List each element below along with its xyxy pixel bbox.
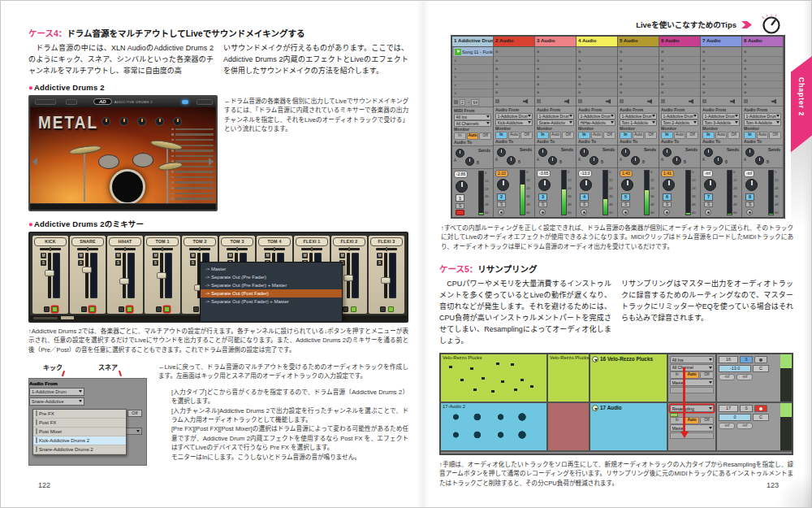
monitor-in-button[interactable]: In [661, 132, 673, 139]
output-menu-button[interactable] [44, 306, 50, 312]
clip-slot[interactable]: ■ [494, 57, 534, 65]
volume-value[interactable]: -13.3 [578, 170, 592, 177]
monitor-auto-button[interactable]: Auto [550, 132, 562, 139]
input-channel-dropdown[interactable]: Kick-Addictive [495, 119, 533, 126]
monitor-in-button[interactable]: In [495, 132, 508, 139]
input-channel-dropdown[interactable]: Tom 4-Addictiv [744, 119, 781, 126]
clip-slot[interactable]: ■ [659, 47, 700, 57]
monitor-in-button[interactable]: In [578, 132, 590, 139]
clip-slot[interactable]: ■ [577, 47, 617, 57]
solo-button[interactable]: S [745, 202, 754, 207]
send-a-knob[interactable] [621, 148, 630, 157]
monitor-off-button[interactable]: Off [700, 371, 714, 379]
menu-item[interactable]: -> Separate Out (Post Fader) + Master [201, 297, 342, 306]
clip-slot[interactable]: ■ [618, 47, 659, 57]
fader-cap[interactable] [82, 267, 92, 273]
mute-button[interactable]: M [302, 253, 308, 258]
clip-slot[interactable]: ■ [494, 81, 534, 89]
monitor-off-button[interactable]: Off [562, 132, 574, 139]
output-dropdown[interactable]: Master [670, 379, 714, 386]
pan-slider[interactable] [339, 248, 360, 250]
clip-slot[interactable]: ■ [494, 65, 534, 73]
monitor-off-button[interactable]: Off [686, 132, 698, 139]
clip-slot[interactable]: ■ [659, 89, 700, 97]
stop-clip-row[interactable] [618, 97, 659, 106]
stop-button[interactable] [578, 99, 582, 103]
channel-fader[interactable] [48, 253, 51, 298]
channel-name-button[interactable]: FLEXI 2 [333, 237, 365, 246]
prev-kit-arrow-icon[interactable] [32, 158, 37, 166]
clip-slot[interactable]: ■ [659, 57, 700, 65]
clip-slot[interactable]: ■ [618, 89, 659, 97]
monitor-auto-button[interactable]: Auto [591, 132, 603, 139]
pan-slider[interactable] [152, 248, 173, 250]
track-title[interactable]: 17 Audio [590, 403, 668, 450]
output-assign-button[interactable] [351, 306, 356, 312]
clip-slot[interactable]: ■ [701, 73, 741, 81]
fader-cap[interactable] [343, 275, 353, 281]
monitor-off-button[interactable]: Off [479, 132, 491, 140]
track-header[interactable]: 4 Audio [577, 37, 617, 47]
input-type-dropdown[interactable]: 1-Addictive Drum [744, 113, 781, 119]
monitor-in-button[interactable]: In [537, 132, 549, 139]
solo-button[interactable]: S [704, 202, 713, 207]
clip-slot[interactable]: ■ [742, 89, 783, 97]
send-a-value[interactable]: -inf [719, 423, 735, 429]
solo-button[interactable]: S [663, 202, 672, 207]
solo-button[interactable]: S [538, 202, 547, 207]
pan-slider[interactable] [40, 248, 61, 250]
channel-fader[interactable] [123, 253, 126, 298]
output-assign-button[interactable] [89, 306, 95, 312]
input-type-dropdown[interactable]: 1-Addictive Drum [537, 113, 574, 119]
menu-item[interactable]: Pre FX [33, 410, 126, 419]
solo-button[interactable]: S [377, 260, 382, 266]
solo-button[interactable]: S [78, 260, 84, 266]
arrangement-clip[interactable]: 17-Audio 2 [441, 403, 548, 450]
stop-button[interactable] [702, 99, 706, 103]
clip-slot[interactable]: ■ [577, 89, 617, 97]
input-type-dropdown[interactable]: 1-Addictive Drum [495, 113, 533, 119]
track-number[interactable]: 3 [538, 193, 547, 201]
solo-button[interactable]: S [740, 405, 753, 412]
monitor-auto-button[interactable]: Auto [685, 371, 698, 379]
pan-value[interactable]: C [753, 365, 769, 372]
clip-slot[interactable]: ■ [701, 89, 741, 97]
fader-cap[interactable] [381, 277, 391, 284]
clip-slot[interactable]: ■ [577, 81, 617, 89]
send-b-value[interactable]: -inf [736, 423, 753, 429]
input-channel-dropdown[interactable]: All Channels [454, 120, 491, 127]
clip-slot[interactable]: ■ [535, 73, 576, 81]
menu-item[interactable]: -> Separate Out (Pre Fader) + Master [201, 281, 342, 289]
pan-knob[interactable] [745, 179, 758, 191]
ad2-knob-row[interactable] [102, 117, 182, 126]
arrangement-clip[interactable]: Velo-Rezzo Plucks [548, 354, 590, 402]
send-b-knob[interactable] [507, 156, 516, 165]
output-menu-button[interactable] [119, 306, 124, 312]
mute-button[interactable]: M [41, 253, 46, 258]
arm-button[interactable] [622, 209, 628, 215]
clip-slot[interactable]: ■ [659, 65, 700, 73]
output-assign-button[interactable] [127, 306, 132, 312]
clip-slot[interactable]: ■ [535, 89, 576, 97]
clip-slot[interactable]: ■ [742, 47, 783, 57]
mute-button[interactable]: M [265, 253, 270, 258]
clip-slot[interactable]: ● [452, 65, 493, 73]
input-channel-dropdown[interactable]: Snare-Addictive [29, 397, 84, 406]
menu-item[interactable]: Post FX [33, 419, 126, 428]
input-channel-dropdown[interactable]: Snare-Addictiv [537, 119, 574, 126]
channel-name-button[interactable]: TOM 2 [184, 237, 216, 246]
pan-slider[interactable] [114, 248, 136, 250]
menu-item[interactable]: -> Master [201, 265, 342, 273]
monitor-off-button[interactable]: Off [769, 132, 781, 139]
send-b-knob[interactable] [672, 156, 681, 165]
output-menu-button[interactable] [343, 306, 348, 312]
output-menu-button[interactable] [81, 306, 87, 312]
clip-slot[interactable]: ■ [535, 81, 576, 89]
pan-knob[interactable] [704, 179, 716, 191]
solo-button[interactable]: S [153, 260, 158, 266]
output-assign-button[interactable] [52, 306, 58, 312]
stop-button[interactable] [620, 99, 624, 103]
ad2-preset-box[interactable] [35, 99, 56, 105]
monitor-off-button[interactable]: Off [520, 132, 533, 139]
channel-fader[interactable] [160, 253, 163, 298]
